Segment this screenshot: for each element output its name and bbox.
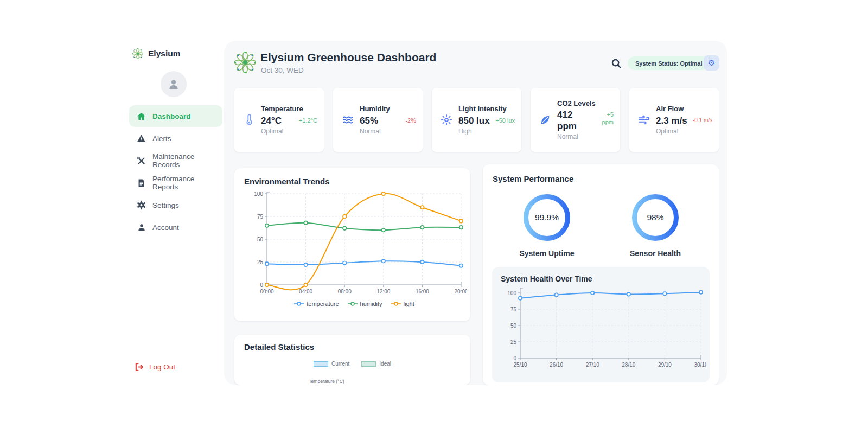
brand-name: Elysium: [148, 49, 180, 59]
svg-text:0: 0: [513, 355, 516, 361]
sidebar-item-alerts[interactable]: Alerts: [129, 127, 222, 149]
legend-item-current: Current: [314, 361, 349, 367]
svg-text:50: 50: [510, 323, 517, 329]
brand: Elysium: [125, 41, 224, 59]
sensor-health-value: 98%: [631, 193, 680, 242]
legend-item-light: light: [391, 301, 414, 307]
environmental-trends-chart: 025507510000:0004:0008:0012:0016:0020:00: [244, 189, 467, 297]
system-health-chart: 025507510025/1026/1027/1028/1029/1030/10: [501, 285, 706, 371]
stat-change: -2%: [405, 115, 416, 124]
stat-change: -0.1 m/s: [693, 115, 712, 124]
brand-flower-icon: [132, 48, 143, 59]
status-badge: System Status: Optimal: [628, 56, 710, 70]
system-performance-card: System Performance 99.9% System Uptime: [483, 164, 719, 385]
sidebar-item-dashboard[interactable]: Dashboard: [129, 105, 222, 127]
sidebar-item-label: Performance Reports: [152, 175, 215, 191]
stat-status: Normal: [360, 127, 416, 135]
stat-title: Humidity: [360, 105, 416, 113]
svg-text:08:00: 08:00: [338, 289, 352, 295]
detailed-stats-legend: Current Ideal: [244, 361, 461, 367]
stat-cards-row: Temperature 24°C +1.2°C Optimal Humidity: [234, 88, 719, 152]
svg-text:20:00: 20:00: [454, 289, 467, 295]
logout-icon: [135, 362, 144, 372]
legend-item-humidity: humidity: [348, 301, 382, 307]
stat-value: 65%: [360, 115, 378, 126]
uptime-value: 99.9%: [522, 193, 571, 242]
svg-text:30/10: 30/10: [694, 362, 706, 368]
environmental-trends-card: Environmental Trends 025507510000:0004:0…: [234, 168, 470, 321]
system-performance-title: System Performance: [493, 174, 710, 183]
stat-title: Temperature: [261, 105, 317, 113]
stat-value: 412 ppm: [557, 109, 592, 132]
svg-text:100: 100: [254, 191, 263, 197]
dashboard-logo-icon: [234, 52, 256, 75]
legend-item-ideal: Ideal: [361, 361, 391, 367]
svg-text:25/10: 25/10: [513, 362, 527, 368]
humidity-waves-icon: [341, 114, 354, 125]
sidebar-item-account[interactable]: Account: [129, 216, 222, 238]
gear-icon: ⚙: [708, 58, 715, 68]
stat-card-light-intensity: Light Intensity 850 lux +50 lux High: [432, 88, 521, 152]
sidebar-item-performance-reports[interactable]: Performance Reports: [129, 172, 222, 194]
alert-icon: [137, 134, 146, 143]
system-health-title: System Health Over Time: [501, 275, 706, 283]
svg-text:25: 25: [510, 339, 517, 345]
sidebar-item-label: Alerts: [152, 135, 171, 143]
stat-change: +5 ppm: [595, 109, 614, 126]
svg-text:16:00: 16:00: [416, 289, 429, 295]
user-icon: [167, 78, 180, 91]
stat-change: +1.2°C: [299, 115, 317, 124]
tools-icon: [137, 156, 146, 165]
sidebar-item-label: Dashboard: [152, 112, 191, 120]
svg-text:00:00: 00:00: [260, 289, 273, 295]
stat-card-co2-levels: CO2 Levels 412 ppm +5 ppm Normal: [531, 88, 620, 152]
sidebar: Elysium Dashboard Alerts: [125, 41, 224, 385]
report-icon: [137, 178, 146, 188]
stat-status: Optimal: [261, 127, 317, 135]
stat-status: Normal: [557, 133, 614, 141]
svg-text:04:00: 04:00: [299, 289, 312, 295]
ideal-swatch: [361, 361, 376, 367]
svg-text:100: 100: [507, 290, 516, 296]
ideal-label: Ideal: [379, 361, 391, 367]
sidebar-item-label: Maintenance Records: [152, 152, 215, 169]
stat-card-temperature: Temperature 24°C +1.2°C Optimal: [234, 88, 324, 152]
sun-icon: [440, 114, 453, 126]
stat-title: CO2 Levels: [557, 99, 614, 108]
current-label: Current: [331, 361, 349, 367]
legend-item-temperature: temperature: [294, 301, 339, 307]
svg-text:27/10: 27/10: [586, 362, 599, 368]
uptime-label: System Uptime: [519, 249, 574, 258]
stat-title: Air Flow: [656, 105, 712, 113]
sidebar-item-maintenance-records[interactable]: Maintenance Records: [129, 150, 222, 171]
sidebar-item-settings[interactable]: Settings: [129, 194, 222, 216]
main-panel: Elysium Greenhouse Dashboard Oct 30, WED…: [224, 41, 727, 385]
stat-value: 850 lux: [458, 115, 490, 126]
gear-icon: [137, 201, 146, 210]
logout-label: Log Out: [149, 363, 175, 371]
current-swatch: [314, 361, 328, 367]
logout-button[interactable]: Log Out: [135, 362, 175, 372]
sidebar-item-label: Settings: [152, 201, 179, 209]
svg-text:26/10: 26/10: [550, 362, 563, 368]
svg-text:75: 75: [510, 307, 517, 312]
sensor-health-label: Sensor Health: [630, 249, 681, 258]
stat-change: +50 lux: [495, 115, 515, 124]
thermometer-icon: [242, 114, 256, 126]
sidebar-nav: Dashboard Alerts Maintenance Records Per…: [129, 105, 222, 238]
svg-text:28/10: 28/10: [622, 362, 635, 368]
user-icon: [137, 223, 146, 232]
svg-text:50: 50: [257, 237, 264, 242]
avatar[interactable]: [161, 71, 187, 97]
settings-button[interactable]: ⚙: [704, 55, 719, 71]
page-title: Elysium Greenhouse Dashboard: [260, 51, 436, 64]
search-icon: [610, 58, 622, 69]
subchart-label: Temperature (°C): [264, 379, 389, 384]
svg-text:75: 75: [257, 214, 264, 220]
search-button[interactable]: [610, 58, 622, 69]
leaf-icon: [539, 114, 552, 126]
page-date: Oct 30, WED: [261, 66, 304, 74]
stat-value: 24°C: [261, 115, 282, 126]
sidebar-item-label: Account: [152, 224, 179, 232]
gauge-sensor-health: 98% Sensor Health: [615, 193, 696, 258]
